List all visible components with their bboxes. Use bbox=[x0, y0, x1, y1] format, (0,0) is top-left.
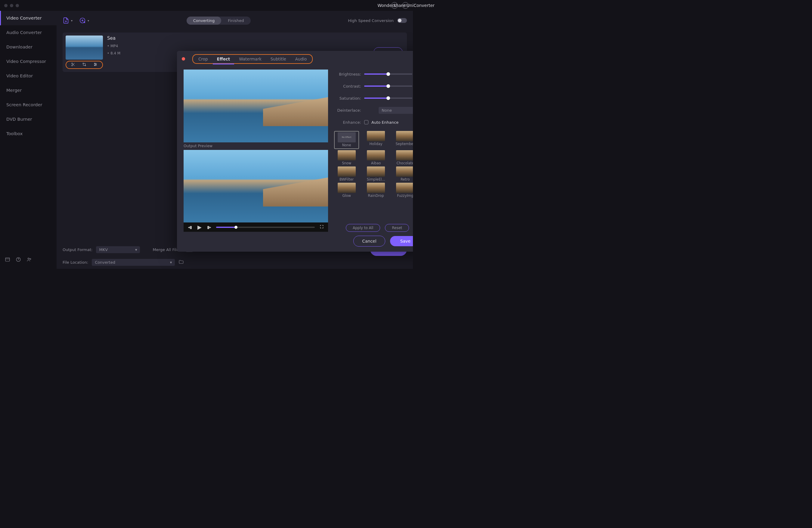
editor-tab-crop[interactable]: Crop bbox=[198, 57, 208, 61]
preset-chocolate[interactable]: Chocolate bbox=[393, 150, 413, 165]
preset-label: Retro bbox=[401, 177, 410, 182]
editor-tab-watermark[interactable]: Watermark bbox=[239, 57, 261, 61]
contrast-slider[interactable] bbox=[364, 85, 412, 87]
preset-thumbnail: No Effect bbox=[338, 132, 356, 142]
status-tabs: Converting Finished bbox=[187, 17, 251, 25]
preset-label: Holiday bbox=[369, 142, 382, 146]
community-icon[interactable] bbox=[27, 257, 32, 263]
preset-label: SimpleEl... bbox=[367, 177, 385, 182]
editor-tab-audio[interactable]: Audio bbox=[295, 57, 307, 61]
preset-bwfilter[interactable]: BWFilter bbox=[334, 167, 359, 182]
preset-retro[interactable]: Retro bbox=[393, 167, 413, 182]
preset-snow[interactable]: Snow bbox=[334, 150, 359, 165]
editor-tab-subtitle[interactable]: Subtitle bbox=[271, 57, 286, 61]
file-thumbnail[interactable] bbox=[66, 35, 103, 60]
app-title: Wondershare UniConverter bbox=[377, 3, 413, 8]
svg-point-25 bbox=[96, 64, 96, 65]
next-frame-button[interactable]: ▮▸ bbox=[206, 225, 212, 229]
preset-thumbnail bbox=[396, 167, 413, 177]
play-button[interactable]: ▶ bbox=[197, 224, 202, 230]
preset-september[interactable]: September bbox=[393, 131, 413, 149]
svg-point-24 bbox=[95, 63, 95, 63]
preset-thumbnail bbox=[367, 150, 385, 160]
svg-point-18 bbox=[71, 65, 73, 66]
editor-tab-effect[interactable]: Effect bbox=[217, 57, 230, 61]
sidebar-item-toolbox[interactable]: Toolbox bbox=[0, 126, 57, 141]
sidebar-item-audio-converter[interactable]: Audio Converter bbox=[0, 25, 57, 40]
hispeed-label: High Speed Conversion bbox=[348, 18, 394, 23]
chevron-down-icon: ▾ bbox=[71, 19, 73, 22]
preset-thumbnail bbox=[367, 167, 385, 177]
preset-thumbnail bbox=[396, 183, 413, 193]
preset-thumbnail bbox=[367, 183, 385, 193]
sidebar-item-video-converter[interactable]: Video Converter bbox=[0, 11, 57, 25]
sidebar-item-video-editor[interactable]: Video Editor bbox=[0, 69, 57, 83]
add-dvd-button[interactable]: ▾ bbox=[79, 17, 89, 24]
output-format-select[interactable]: MKV▾ bbox=[96, 246, 140, 253]
trim-icon[interactable] bbox=[71, 62, 75, 68]
output-preview bbox=[184, 150, 328, 223]
brightness-slider[interactable] bbox=[364, 73, 412, 75]
preset-label: Aibao bbox=[371, 161, 381, 165]
auto-enhance-checkbox[interactable] bbox=[364, 120, 368, 124]
editor-tabs: CropEffectWatermarkSubtitleAudio bbox=[192, 54, 313, 64]
deinterlace-select[interactable]: None▾ bbox=[379, 107, 413, 114]
preset-fuzzyimg[interactable]: FuzzyImg bbox=[393, 183, 413, 198]
cancel-button[interactable]: Cancel bbox=[353, 236, 385, 246]
svg-point-26 bbox=[95, 65, 95, 66]
preset-label: BWFilter bbox=[339, 177, 354, 182]
sidebar-item-screen-recorder[interactable]: Screen Recorder bbox=[0, 98, 57, 112]
player-bar: ◂▮ ▶ ▮▸ bbox=[184, 223, 328, 232]
svg-point-9 bbox=[30, 258, 31, 259]
sidebar-item-merger[interactable]: Merger bbox=[0, 83, 57, 98]
seek-slider[interactable] bbox=[216, 227, 315, 228]
apply-to-all-button[interactable]: Apply to All bbox=[346, 224, 380, 232]
help-icon[interactable] bbox=[16, 257, 21, 263]
merge-label: Merge All Files bbox=[153, 247, 181, 252]
sidebar-item-dvd-burner[interactable]: DVD Burner bbox=[0, 112, 57, 126]
tab-finished[interactable]: Finished bbox=[221, 17, 250, 25]
sidebar-footer bbox=[0, 251, 57, 269]
effect-editor-modal: CropEffectWatermarkSubtitleAudio Output … bbox=[177, 51, 413, 252]
deinterlace-label: Deinterlace: bbox=[334, 108, 361, 113]
preset-none[interactable]: No EffectNone bbox=[334, 131, 359, 149]
window-max-dot[interactable] bbox=[16, 4, 19, 7]
contrast-label: Contrast: bbox=[334, 84, 361, 88]
library-icon[interactable] bbox=[5, 257, 10, 263]
fullscreen-icon[interactable] bbox=[319, 225, 324, 230]
chevron-down-icon: ▾ bbox=[88, 19, 89, 22]
adjust-icon[interactable] bbox=[93, 62, 98, 68]
preset-label: RainDrop bbox=[368, 194, 384, 198]
preset-thumbnail bbox=[338, 183, 356, 193]
hispeed-toggle[interactable] bbox=[397, 18, 407, 23]
modal-close-dot[interactable] bbox=[182, 57, 185, 60]
tab-converting[interactable]: Converting bbox=[187, 17, 221, 25]
file-location-select[interactable]: Converted▾ bbox=[92, 259, 175, 266]
preset-aibao[interactable]: Aibao bbox=[363, 150, 388, 165]
window-close-dot[interactable] bbox=[4, 4, 8, 7]
auto-enhance-checkbox-label: Auto Enhance bbox=[372, 120, 398, 125]
saturation-slider[interactable] bbox=[364, 98, 412, 99]
file-format: • MP4 bbox=[107, 44, 120, 48]
preset-label: Chocolate bbox=[397, 161, 413, 165]
add-file-button[interactable]: ▾ bbox=[62, 17, 73, 24]
preset-holiday[interactable]: Holiday bbox=[363, 131, 388, 149]
output-format-label: Output Format: bbox=[62, 247, 92, 252]
enhance-label: Enhance: bbox=[334, 120, 361, 125]
preset-simpleel[interactable]: SimpleEl... bbox=[363, 167, 388, 182]
preset-thumbnail bbox=[396, 131, 413, 141]
window-min-dot[interactable] bbox=[10, 4, 13, 7]
crop-icon[interactable] bbox=[82, 62, 86, 68]
prev-frame-button[interactable]: ◂▮ bbox=[187, 225, 193, 229]
preset-raindrop[interactable]: RainDrop bbox=[363, 183, 388, 198]
preset-glow[interactable]: Glow bbox=[334, 183, 359, 198]
reset-button[interactable]: Reset bbox=[385, 224, 409, 232]
sidebar-item-video-compressor[interactable]: Video Compressor bbox=[0, 54, 57, 69]
save-button[interactable]: Save bbox=[390, 236, 413, 246]
svg-point-8 bbox=[28, 258, 29, 259]
sidebar-item-downloader[interactable]: Downloader bbox=[0, 40, 57, 54]
presets-scroll: No EffectNoneHolidaySeptemberSnowAibaoCh… bbox=[334, 131, 413, 221]
file-location-label: File Location: bbox=[62, 260, 88, 265]
open-folder-icon[interactable] bbox=[178, 259, 184, 266]
preset-label: September bbox=[396, 142, 413, 146]
